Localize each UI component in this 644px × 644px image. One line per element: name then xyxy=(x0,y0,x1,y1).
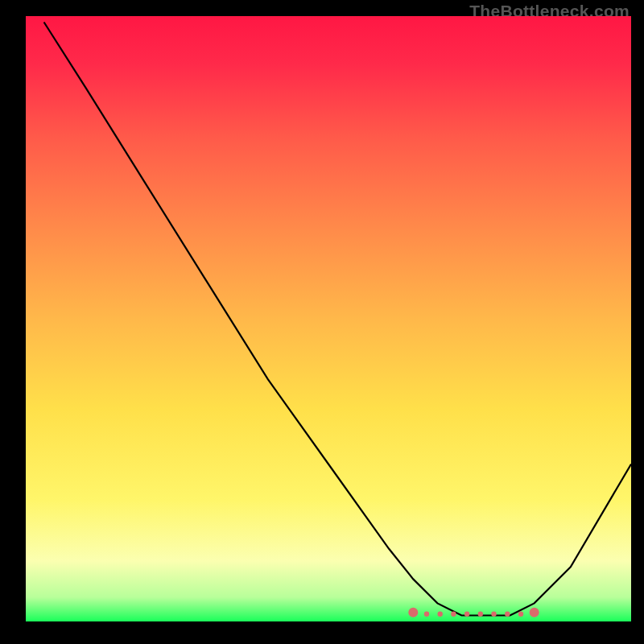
svg-point-7 xyxy=(491,612,496,617)
svg-point-8 xyxy=(505,612,510,617)
gradient-background xyxy=(26,16,631,621)
svg-point-3 xyxy=(438,612,443,617)
chart-svg xyxy=(26,16,631,621)
svg-point-6 xyxy=(478,612,483,617)
svg-point-9 xyxy=(518,612,523,617)
chart-container xyxy=(26,16,631,621)
svg-point-1 xyxy=(530,608,539,617)
svg-point-4 xyxy=(451,612,456,617)
svg-point-5 xyxy=(464,612,469,617)
svg-point-0 xyxy=(408,608,418,617)
svg-point-2 xyxy=(424,612,429,617)
